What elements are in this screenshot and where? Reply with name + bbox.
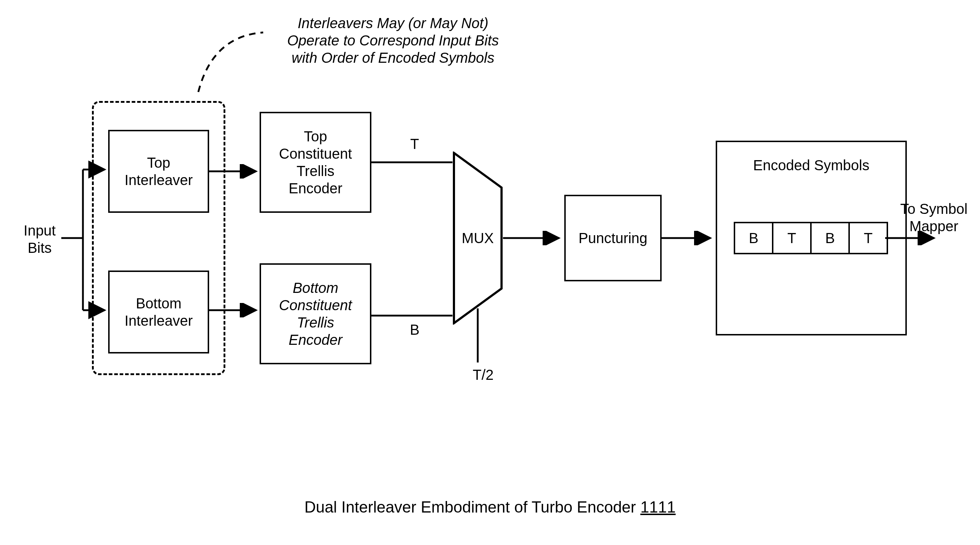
bottom-encoder-l1: Bottom xyxy=(293,280,339,296)
caption-text: Dual Interleaver Embodiment of Turbo Enc… xyxy=(304,498,640,516)
encoded-symbols-title: Encoded Symbols xyxy=(753,156,869,174)
caption-ref: 1111 xyxy=(640,498,676,516)
line-top-encoder-to-mux xyxy=(371,155,454,169)
annotation-text: Interleavers May (or May Not) Operate to… xyxy=(259,14,527,66)
output-label: To Symbol Mapper xyxy=(892,200,975,235)
annotation-line2: Operate to Correspond Input Bits xyxy=(287,32,499,48)
bottom-interleaver-l1: Bottom xyxy=(136,295,182,311)
arrow-mux-to-puncturing xyxy=(503,231,564,245)
bottom-encoder-l3: Trellis xyxy=(297,314,334,330)
top-encoder-l2: Constituent xyxy=(279,146,352,162)
output-l2: Mapper xyxy=(909,218,958,234)
input-bits-l2: Bits xyxy=(28,240,52,256)
bottom-encoder-l2: Constituent xyxy=(279,297,352,313)
top-encoder-l4: Encoder xyxy=(289,180,342,196)
figure-caption: Dual Interleaver Embodiment of Turbo Enc… xyxy=(0,498,980,517)
annotation-line3: with Order of Encoded Symbols xyxy=(292,50,494,65)
arrow-bottom-interleaver-to-encoder xyxy=(209,303,261,317)
bottom-encoder-block: Bottom Constituent Trellis Encoder xyxy=(259,263,371,364)
line-bottom-encoder-to-mux xyxy=(371,308,454,323)
mux-clock-label: T/2 xyxy=(465,366,501,383)
signal-b-label: B xyxy=(404,321,425,338)
signal-t-label: T xyxy=(404,135,425,153)
output-l1: To Symbol xyxy=(900,201,968,217)
top-encoder-l1: Top xyxy=(304,128,328,144)
top-interleaver-l2: Interleaver xyxy=(125,172,193,188)
top-encoder-l3: Trellis xyxy=(296,163,334,179)
mux-label: MUX xyxy=(462,230,494,246)
annotation-leader xyxy=(191,22,267,94)
arrow-top-interleaver-to-encoder xyxy=(209,164,261,178)
symbol-cell-3: T xyxy=(848,222,888,254)
symbol-cell-0: B xyxy=(734,222,773,254)
encoded-symbols-row: B T B T xyxy=(734,222,888,254)
puncturing-label: Puncturing xyxy=(578,229,647,247)
top-encoder-block: Top Constituent Trellis Encoder xyxy=(259,112,371,213)
puncturing-block: Puncturing xyxy=(564,195,662,281)
annotation-line1: Interleavers May (or May Not) xyxy=(298,15,488,31)
arrow-puncturing-to-encoded xyxy=(662,231,716,245)
bottom-encoder-l4: Encoder xyxy=(289,332,342,348)
input-bits-label: Input Bits xyxy=(16,222,63,257)
symbol-cell-1: T xyxy=(772,222,811,254)
input-split-arrows xyxy=(61,155,112,325)
bottom-interleaver-block: Bottom Interleaver xyxy=(108,271,209,354)
bottom-interleaver-l2: Interleaver xyxy=(125,313,193,328)
top-interleaver-l1: Top xyxy=(147,155,170,171)
input-bits-l1: Input xyxy=(24,223,56,238)
top-interleaver-block: Top Interleaver xyxy=(108,130,209,213)
mux-clock-line xyxy=(471,308,485,366)
symbol-cell-2: B xyxy=(810,222,850,254)
mux-block: MUX xyxy=(452,151,503,325)
